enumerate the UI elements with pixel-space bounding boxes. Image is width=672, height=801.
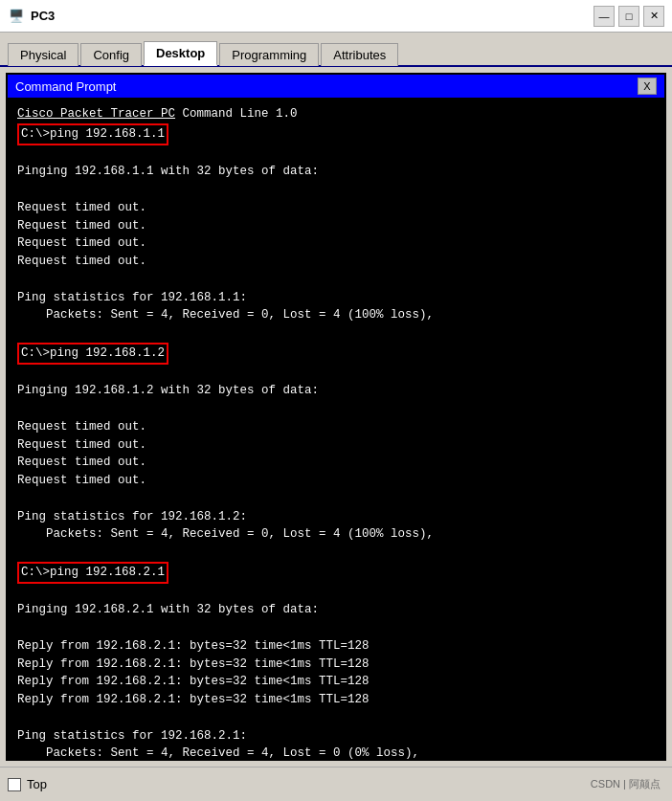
terminal-line: Request timed out. (17, 217, 655, 235)
terminal-line: Reply from 192.168.2.1: bytes=32 time<1m… (17, 656, 655, 674)
terminal-line: Request timed out. (17, 253, 655, 271)
command-prompt-title: Command Prompt (15, 79, 116, 94)
terminal-body[interactable]: Cisco Packet Tracer PC Command Line 1.0C… (8, 98, 664, 759)
terminal-highlighted-command: C:\>ping 192.168.1.2 (17, 343, 655, 365)
window-title: PC3 (31, 9, 55, 23)
main-content: Command Prompt X Cisco Packet Tracer PC … (0, 67, 672, 767)
tab-desktop[interactable]: Desktop (144, 41, 217, 66)
terminal-line: Request timed out. (17, 472, 655, 490)
minimize-button[interactable]: — (594, 6, 615, 27)
terminal-line: Ping statistics for 192.168.2.1: (17, 727, 655, 745)
app-icon: 🖥️ (8, 8, 25, 25)
terminal-line: Request timed out. (17, 418, 655, 436)
terminal-line: Reply from 192.168.2.1: bytes=32 time<1m… (17, 691, 655, 709)
terminal-line: Packets: Sent = 4, Received = 0, Lost = … (17, 525, 655, 544)
tab-programming[interactable]: Programming (219, 43, 319, 66)
top-label: Top (27, 777, 47, 791)
watermark: CSDN | 阿颠点 (591, 777, 661, 791)
terminal-line: Reply from 192.168.2.1: bytes=32 time<1m… (17, 637, 655, 656)
terminal-line: Request timed out. (17, 234, 655, 253)
tab-physical[interactable]: Physical (8, 43, 78, 66)
terminal-line: Reply from 192.168.2.1: bytes=32 time<1m… (17, 673, 655, 691)
terminal-line: Request timed out. (17, 436, 655, 455)
terminal-line: Packets: Sent = 4, Received = 0, Lost = … (17, 306, 655, 324)
tab-bar: Physical Config Desktop Programming Attr… (0, 33, 672, 67)
maximize-button[interactable]: □ (618, 6, 639, 27)
tab-config[interactable]: Config (80, 43, 142, 66)
terminal-line: Ping statistics for 192.168.1.2: (17, 508, 655, 526)
title-bar: 🖥️ PC3 — □ ✕ (0, 0, 672, 33)
bottom-bar: Top CSDN | 阿颠点 (0, 767, 672, 801)
terminal-line: Cisco Packet Tracer PC Command Line 1.0 (17, 105, 655, 123)
tab-attributes[interactable]: Attributes (321, 43, 398, 66)
window-controls: — □ ✕ (594, 6, 664, 27)
terminal-line: Request timed out. (17, 199, 655, 217)
terminal-line: Pinging 192.168.1.2 with 32 bytes of dat… (17, 382, 655, 400)
terminal-line: Request timed out. (17, 454, 655, 472)
top-checkbox[interactable] (8, 778, 21, 791)
terminal-line: Pinging 192.168.1.1 with 32 bytes of dat… (17, 163, 655, 181)
command-prompt-header: Command Prompt X (8, 75, 664, 98)
command-prompt-close-button[interactable]: X (638, 78, 657, 95)
close-window-button[interactable]: ✕ (643, 6, 664, 27)
command-prompt-container: Command Prompt X Cisco Packet Tracer PC … (6, 73, 666, 761)
title-left: 🖥️ PC3 (8, 8, 55, 25)
terminal-line: Pinging 192.168.2.1 with 32 bytes of dat… (17, 601, 655, 619)
terminal-highlighted-command: C:\>ping 192.168.1.1 (17, 123, 655, 145)
terminal-highlighted-command: C:\>ping 192.168.2.1 (17, 562, 655, 584)
terminal-line: Ping statistics for 192.168.1.1: (17, 289, 655, 307)
bottom-left: Top (8, 777, 47, 791)
terminal-line: Packets: Sent = 4, Received = 4, Lost = … (17, 745, 655, 759)
